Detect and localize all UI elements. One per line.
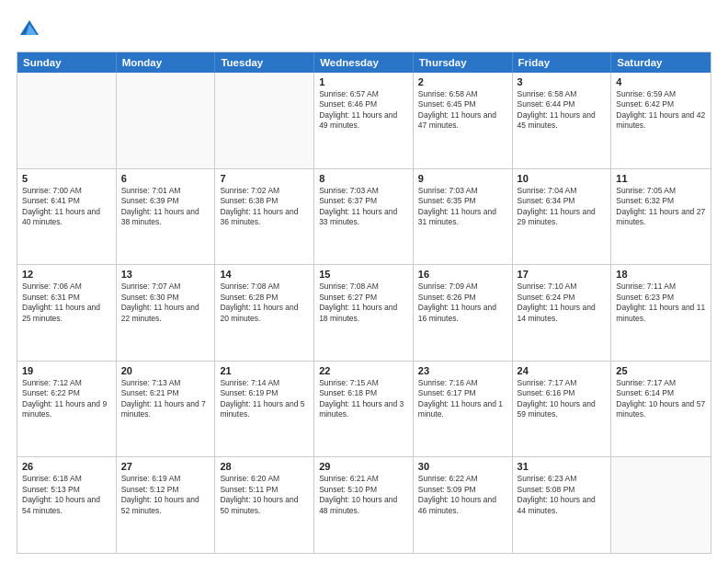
day-number: 20 [121, 365, 210, 376]
day-info: Sunrise: 6:21 AM Sunset: 5:10 PM Dayligh… [319, 474, 408, 516]
day-info: Sunrise: 7:11 AM Sunset: 6:23 PM Dayligh… [616, 282, 706, 324]
day-number: 14 [220, 269, 309, 280]
day-info: Sunrise: 7:00 AM Sunset: 6:41 PM Dayligh… [22, 186, 111, 228]
day-number: 6 [121, 173, 210, 184]
table-row: 29Sunrise: 6:21 AM Sunset: 5:10 PM Dayli… [314, 457, 414, 553]
day-number: 18 [616, 269, 706, 280]
header-day-monday: Monday [117, 52, 216, 73]
day-info: Sunrise: 6:58 AM Sunset: 6:45 PM Dayligh… [418, 89, 507, 132]
day-info: Sunrise: 6:20 AM Sunset: 5:11 PM Dayligh… [220, 474, 309, 516]
day-info: Sunrise: 7:10 AM Sunset: 6:24 PM Dayligh… [518, 282, 607, 324]
day-number: 7 [220, 173, 309, 184]
calendar-row-1: 1Sunrise: 6:57 AM Sunset: 6:46 PM Daylig… [17, 73, 711, 169]
table-row: 13Sunrise: 7:07 AM Sunset: 6:30 PM Dayli… [117, 265, 216, 361]
calendar-row-4: 19Sunrise: 7:12 AM Sunset: 6:22 PM Dayli… [17, 362, 711, 458]
header-day-saturday: Saturday [611, 52, 711, 73]
day-info: Sunrise: 7:02 AM Sunset: 6:38 PM Dayligh… [220, 186, 309, 228]
day-info: Sunrise: 6:59 AM Sunset: 6:42 PM Dayligh… [616, 89, 706, 132]
day-number: 19 [22, 365, 111, 376]
day-number: 29 [319, 461, 408, 472]
day-info: Sunrise: 7:08 AM Sunset: 6:27 PM Dayligh… [319, 282, 408, 324]
table-row [215, 73, 314, 168]
day-info: Sunrise: 6:57 AM Sunset: 6:46 PM Dayligh… [319, 89, 408, 132]
table-row: 18Sunrise: 7:11 AM Sunset: 6:23 PM Dayli… [611, 265, 711, 361]
table-row: 28Sunrise: 6:20 AM Sunset: 5:11 PM Dayli… [215, 457, 314, 553]
logo-icon [17, 17, 42, 42]
day-number: 27 [121, 461, 210, 472]
day-info: Sunrise: 7:01 AM Sunset: 6:39 PM Dayligh… [121, 186, 210, 228]
table-row: 11Sunrise: 7:05 AM Sunset: 6:32 PM Dayli… [611, 169, 711, 265]
header [17, 17, 711, 42]
header-day-wednesday: Wednesday [314, 52, 414, 73]
calendar-row-5: 26Sunrise: 6:18 AM Sunset: 5:13 PM Dayli… [17, 457, 711, 553]
table-row: 6Sunrise: 7:01 AM Sunset: 6:39 PM Daylig… [117, 169, 216, 265]
day-number: 1 [319, 76, 408, 87]
calendar-header: SundayMondayTuesdayWednesdayThursdayFrid… [17, 52, 711, 73]
day-info: Sunrise: 7:08 AM Sunset: 6:28 PM Dayligh… [220, 282, 309, 324]
day-info: Sunrise: 6:18 AM Sunset: 5:13 PM Dayligh… [22, 474, 111, 516]
table-row [611, 457, 711, 553]
day-info: Sunrise: 7:17 AM Sunset: 6:14 PM Dayligh… [616, 378, 706, 420]
day-number: 23 [418, 365, 507, 376]
day-number: 17 [518, 269, 607, 280]
day-number: 30 [418, 461, 507, 472]
day-info: Sunrise: 7:07 AM Sunset: 6:30 PM Dayligh… [121, 282, 210, 324]
day-info: Sunrise: 7:14 AM Sunset: 6:19 PM Dayligh… [220, 378, 309, 420]
table-row: 20Sunrise: 7:13 AM Sunset: 6:21 PM Dayli… [117, 362, 216, 457]
table-row: 10Sunrise: 7:04 AM Sunset: 6:34 PM Dayli… [513, 169, 612, 265]
day-number: 4 [616, 76, 706, 87]
table-row: 2Sunrise: 6:58 AM Sunset: 6:45 PM Daylig… [414, 73, 513, 168]
calendar-row-2: 5Sunrise: 7:00 AM Sunset: 6:41 PM Daylig… [17, 169, 711, 266]
calendar-body: 1Sunrise: 6:57 AM Sunset: 6:46 PM Daylig… [17, 73, 711, 553]
day-info: Sunrise: 7:06 AM Sunset: 6:31 PM Dayligh… [22, 282, 111, 324]
table-row: 21Sunrise: 7:14 AM Sunset: 6:19 PM Dayli… [215, 362, 314, 457]
day-info: Sunrise: 7:09 AM Sunset: 6:26 PM Dayligh… [418, 282, 507, 324]
day-number: 31 [518, 461, 607, 472]
table-row: 22Sunrise: 7:15 AM Sunset: 6:18 PM Dayli… [314, 362, 414, 457]
day-number: 3 [518, 76, 607, 87]
table-row: 4Sunrise: 6:59 AM Sunset: 6:42 PM Daylig… [611, 73, 711, 168]
day-info: Sunrise: 7:16 AM Sunset: 6:17 PM Dayligh… [418, 378, 507, 420]
table-row: 1Sunrise: 6:57 AM Sunset: 6:46 PM Daylig… [314, 73, 414, 168]
day-number: 13 [121, 269, 210, 280]
day-number: 9 [418, 173, 507, 184]
day-info: Sunrise: 6:58 AM Sunset: 6:44 PM Dayligh… [518, 89, 607, 132]
table-row: 15Sunrise: 7:08 AM Sunset: 6:27 PM Dayli… [314, 265, 414, 361]
day-info: Sunrise: 6:19 AM Sunset: 5:12 PM Dayligh… [121, 474, 210, 516]
table-row: 9Sunrise: 7:03 AM Sunset: 6:35 PM Daylig… [414, 169, 513, 265]
table-row [117, 73, 216, 168]
day-number: 8 [319, 173, 408, 184]
table-row: 19Sunrise: 7:12 AM Sunset: 6:22 PM Dayli… [17, 362, 117, 457]
table-row: 23Sunrise: 7:16 AM Sunset: 6:17 PM Dayli… [414, 362, 513, 457]
table-row: 31Sunrise: 6:23 AM Sunset: 5:08 PM Dayli… [513, 457, 612, 553]
table-row: 12Sunrise: 7:06 AM Sunset: 6:31 PM Dayli… [17, 265, 117, 361]
day-info: Sunrise: 7:13 AM Sunset: 6:21 PM Dayligh… [121, 378, 210, 420]
day-info: Sunrise: 7:15 AM Sunset: 6:18 PM Dayligh… [319, 378, 408, 420]
day-number: 11 [616, 173, 706, 184]
table-row: 30Sunrise: 6:22 AM Sunset: 5:09 PM Dayli… [414, 457, 513, 553]
day-number: 5 [22, 173, 111, 184]
calendar: SundayMondayTuesdayWednesdayThursdayFrid… [17, 52, 711, 554]
logo [17, 17, 46, 42]
calendar-row-3: 12Sunrise: 7:06 AM Sunset: 6:31 PM Dayli… [17, 265, 711, 362]
day-number: 12 [22, 269, 111, 280]
table-row: 16Sunrise: 7:09 AM Sunset: 6:26 PM Dayli… [414, 265, 513, 361]
day-info: Sunrise: 6:22 AM Sunset: 5:09 PM Dayligh… [418, 474, 507, 516]
day-info: Sunrise: 6:23 AM Sunset: 5:08 PM Dayligh… [518, 474, 607, 516]
day-number: 24 [518, 365, 607, 376]
table-row: 14Sunrise: 7:08 AM Sunset: 6:28 PM Dayli… [215, 265, 314, 361]
table-row: 27Sunrise: 6:19 AM Sunset: 5:12 PM Dayli… [117, 457, 216, 553]
table-row: 3Sunrise: 6:58 AM Sunset: 6:44 PM Daylig… [513, 73, 612, 168]
day-info: Sunrise: 7:03 AM Sunset: 6:35 PM Dayligh… [418, 186, 507, 228]
header-day-thursday: Thursday [414, 52, 513, 73]
table-row: 17Sunrise: 7:10 AM Sunset: 6:24 PM Dayli… [513, 265, 612, 361]
table-row: 25Sunrise: 7:17 AM Sunset: 6:14 PM Dayli… [611, 362, 711, 457]
day-info: Sunrise: 7:04 AM Sunset: 6:34 PM Dayligh… [518, 186, 607, 228]
day-number: 2 [418, 76, 507, 87]
header-day-sunday: Sunday [17, 52, 117, 73]
page: SundayMondayTuesdayWednesdayThursdayFrid… [0, 0, 728, 563]
header-day-friday: Friday [513, 52, 612, 73]
day-info: Sunrise: 7:17 AM Sunset: 6:16 PM Dayligh… [518, 378, 607, 420]
day-number: 16 [418, 269, 507, 280]
table-row: 26Sunrise: 6:18 AM Sunset: 5:13 PM Dayli… [17, 457, 117, 553]
